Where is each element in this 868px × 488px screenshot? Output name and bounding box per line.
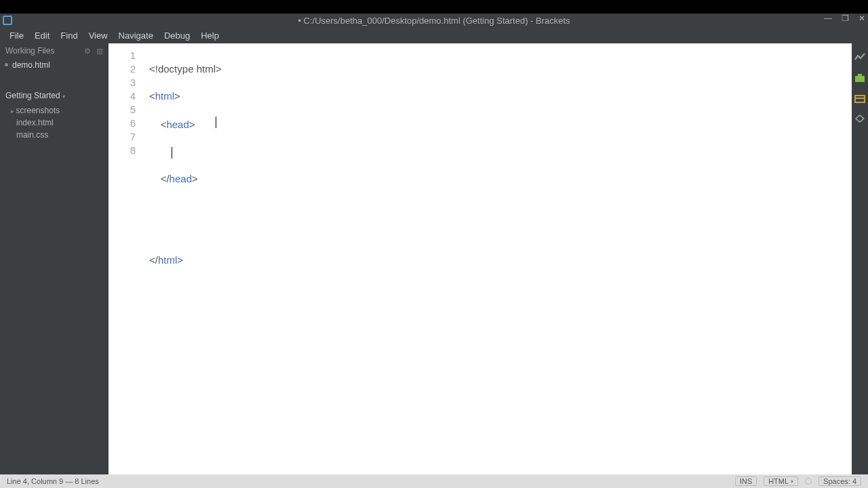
line-number: 4 — [108, 89, 142, 103]
menu-debug[interactable]: Debug — [159, 28, 195, 43]
svg-rect-1 — [858, 74, 862, 76]
extension-rail — [852, 43, 868, 474]
working-files-label: Working Files — [5, 46, 54, 56]
code-token: html — [155, 90, 174, 102]
svg-rect-0 — [855, 76, 865, 82]
os-titlebar-spacer — [0, 0, 868, 14]
window-title: • C:/Users/betha_000/Desktop/demo.html (… — [0, 16, 868, 26]
project-dropdown[interactable]: Getting Started ▾ — [0, 87, 108, 104]
language-label: HTML — [768, 477, 789, 485]
code-area[interactable]: <!doctype html> <html> <head> </head> </… — [142, 43, 852, 474]
code-token: </ — [149, 173, 170, 184]
main-area: Working Files ⚙ ▥ demo.html Getting Star… — [0, 43, 868, 474]
linting-status-icon[interactable] — [805, 478, 812, 485]
code-token: <! — [149, 63, 158, 75]
code-token: > — [216, 63, 222, 75]
editor[interactable]: 1 2 3 4 5 6 7 8 <!doctype html> <html> <… — [108, 43, 852, 474]
insert-mode-toggle[interactable]: INS — [735, 476, 757, 486]
tree-file-main[interactable]: main.css — [0, 129, 108, 141]
line-number: 1 — [108, 49, 142, 62]
line-number: 7 — [108, 130, 142, 144]
menu-edit[interactable]: Edit — [29, 28, 55, 43]
line-number: 8 — [108, 144, 142, 157]
menu-view[interactable]: View — [83, 28, 113, 43]
code-token: </ — [149, 254, 158, 266]
working-file-item[interactable]: demo.html — [0, 58, 108, 72]
text-caret-icon — [216, 117, 216, 128]
line-number: 6 — [108, 117, 142, 130]
title-bar: • C:/Users/betha_000/Desktop/demo.html (… — [0, 14, 868, 27]
maximize-button[interactable]: ❐ — [842, 14, 849, 23]
minimize-button[interactable]: — — [824, 14, 832, 23]
menu-help[interactable]: Help — [195, 28, 224, 43]
tree-file-index[interactable]: index.html — [0, 117, 108, 129]
status-bar: Line 4, Column 9 — 8 Lines INS HTML ▾ Sp… — [0, 474, 868, 488]
gear-icon[interactable]: ⚙ — [84, 47, 91, 56]
cursor-position[interactable]: Line 4, Column 9 — 8 Lines — [7, 477, 99, 485]
menu-bar: File Edit Find View Navigate Debug Help — [0, 27, 868, 43]
extension-icon-2[interactable] — [854, 94, 865, 103]
app-logo-icon — [3, 16, 12, 25]
project-label: Getting Started — [5, 91, 62, 100]
code-token: doctype html — [158, 63, 216, 75]
window-controls: — ❐ ✕ — [824, 14, 865, 23]
code-token: head — [166, 119, 189, 130]
code-token: html — [158, 254, 177, 266]
code-token: > — [192, 173, 198, 184]
line-number: 3 — [108, 76, 142, 89]
code-token: > — [189, 119, 195, 130]
working-files-header: Working Files ⚙ ▥ — [0, 43, 108, 58]
code-token: head — [170, 173, 192, 184]
line-gutter: 1 2 3 4 5 6 7 8 — [108, 43, 142, 474]
menu-file[interactable]: File — [4, 28, 29, 43]
code-token: > — [174, 90, 180, 102]
language-mode[interactable]: HTML ▾ — [764, 476, 798, 486]
extension-icon-3[interactable] — [854, 114, 865, 123]
layout-icon[interactable]: ▥ — [96, 47, 103, 56]
code-token: > — [177, 254, 183, 266]
chevron-down-icon: ▾ — [791, 479, 793, 485]
tree-folder-screenshots[interactable]: screenshots — [0, 104, 108, 117]
menu-find[interactable]: Find — [55, 28, 83, 43]
extension-icon[interactable] — [854, 73, 865, 83]
code-token: < — [149, 119, 166, 130]
live-preview-icon[interactable] — [854, 53, 865, 62]
line-number: 5 — [108, 103, 142, 117]
chevron-down-icon: ▾ — [62, 94, 65, 100]
code-token: < — [149, 90, 155, 102]
indent-setting[interactable]: Spaces: 4 — [818, 476, 861, 486]
line-number: 2 — [108, 62, 142, 76]
cursor-icon — [172, 147, 172, 159]
sidebar: Working Files ⚙ ▥ demo.html Getting Star… — [0, 43, 108, 474]
menu-navigate[interactable]: Navigate — [113, 28, 159, 43]
close-button[interactable]: ✕ — [859, 14, 865, 23]
code-token — [149, 146, 172, 157]
